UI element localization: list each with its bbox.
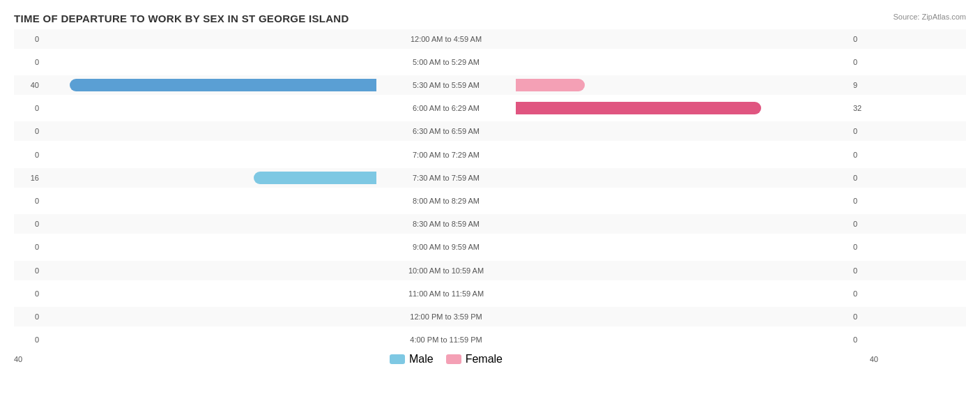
male-value: 0 <box>14 335 42 344</box>
bar-row: 0 7:00 AM to 7:29 AM 0 <box>14 145 966 165</box>
right-bar-area <box>516 172 850 184</box>
right-bar-area <box>516 149 850 161</box>
bar-row: 0 9:00 AM to 9:59 AM 0 <box>14 237 966 257</box>
bar-row: 0 12:00 PM to 3:59 PM 0 <box>14 307 966 326</box>
right-bar-area <box>516 241 850 253</box>
right-bar-area <box>516 125 850 137</box>
bar-row: 0 10:00 AM to 10:59 AM 0 <box>14 261 966 280</box>
male-value: 0 <box>14 104 42 112</box>
time-label: 12:00 PM to 3:59 PM <box>376 312 516 321</box>
right-bar-area <box>516 287 850 300</box>
time-label: 12:00 AM to 4:59 AM <box>376 35 516 43</box>
time-label: 7:00 AM to 7:29 AM <box>376 151 516 159</box>
female-value: 0 <box>850 127 878 135</box>
left-bar-area <box>42 102 376 114</box>
male-value: 0 <box>14 151 42 159</box>
left-bar-area <box>42 79 376 91</box>
time-label: 5:30 AM to 5:59 AM <box>376 81 516 89</box>
female-value: 0 <box>850 197 878 205</box>
female-value: 0 <box>850 266 878 275</box>
chart-area: 0 12:00 AM to 4:59 AM 0 0 5:00 AM to 5:2… <box>14 27 966 374</box>
female-value: 0 <box>850 289 878 298</box>
right-bar-area <box>516 102 850 114</box>
female-value: 9 <box>850 81 878 89</box>
female-value: 0 <box>850 312 878 321</box>
right-bar-area <box>516 56 850 68</box>
left-bar-area <box>42 125 376 137</box>
left-bar-area <box>42 195 376 207</box>
male-value: 0 <box>14 289 42 298</box>
right-bar-area <box>516 33 850 45</box>
right-bar-area <box>516 333 850 346</box>
bar-row: 0 6:30 AM to 6:59 AM 0 <box>14 121 966 141</box>
male-bar <box>70 79 376 91</box>
legend-male: Male <box>390 353 434 365</box>
axis-left-min: 40 <box>14 355 376 363</box>
male-value: 16 <box>14 174 42 182</box>
left-bar-area <box>42 172 376 184</box>
bar-row: 0 8:00 AM to 8:29 AM 0 <box>14 191 966 211</box>
left-bar-area <box>42 287 376 300</box>
left-bar-area <box>42 33 376 45</box>
chart-title: TIME OF DEPARTURE TO WORK BY SEX IN ST G… <box>14 13 966 24</box>
right-bar-area <box>516 310 850 323</box>
legend: Male Female <box>376 353 516 365</box>
female-value: 0 <box>850 243 878 251</box>
female-swatch <box>446 354 461 364</box>
female-bar <box>516 79 585 91</box>
female-value: 0 <box>850 335 878 344</box>
male-label: Male <box>409 353 434 365</box>
rows-container: 0 12:00 AM to 4:59 AM 0 0 5:00 AM to 5:2… <box>14 27 966 352</box>
left-bar-area <box>42 241 376 253</box>
female-label: Female <box>466 353 503 365</box>
male-value: 0 <box>14 312 42 321</box>
female-value: 0 <box>850 35 878 43</box>
bar-row: 0 12:00 AM to 4:59 AM 0 <box>14 29 966 49</box>
female-value: 0 <box>850 174 878 182</box>
axis-right-max: 40 <box>516 355 878 363</box>
male-swatch <box>390 354 405 364</box>
time-label: 6:30 AM to 6:59 AM <box>376 127 516 135</box>
left-bar-area <box>42 56 376 68</box>
male-value: 0 <box>14 58 42 66</box>
bar-row: 0 11:00 AM to 11:59 AM 0 <box>14 284 966 303</box>
left-bar-area <box>42 333 376 346</box>
male-value: 40 <box>14 81 42 89</box>
female-value: 32 <box>850 104 878 112</box>
female-bar <box>516 102 761 114</box>
male-value: 0 <box>14 127 42 135</box>
source-label: Source: ZipAtlas.com <box>893 13 966 21</box>
left-bar-area <box>42 218 376 230</box>
right-bar-area <box>516 264 850 277</box>
male-value: 0 <box>14 266 42 275</box>
left-bar-area <box>42 264 376 277</box>
female-value: 0 <box>850 58 878 66</box>
time-label: 8:30 AM to 8:59 AM <box>376 220 516 228</box>
male-bar <box>254 172 376 184</box>
time-label: 8:00 AM to 8:29 AM <box>376 197 516 205</box>
right-bar-area <box>516 218 850 230</box>
left-bar-area <box>42 149 376 161</box>
female-value: 0 <box>850 220 878 228</box>
right-bar-area <box>516 79 850 91</box>
male-value: 0 <box>14 35 42 43</box>
chart-container: TIME OF DEPARTURE TO WORK BY SEX IN ST G… <box>0 0 980 415</box>
time-label: 4:00 PM to 11:59 PM <box>376 335 516 344</box>
left-bar-area <box>42 310 376 323</box>
bar-row: 40 5:30 AM to 5:59 AM 9 <box>14 75 966 95</box>
legend-female: Female <box>446 353 503 365</box>
bottom-row: 40 Male Female 40 <box>14 353 966 365</box>
bar-row: 0 6:00 AM to 6:29 AM 32 <box>14 98 966 118</box>
female-value: 0 <box>850 151 878 159</box>
time-label: 9:00 AM to 9:59 AM <box>376 243 516 251</box>
time-label: 7:30 AM to 7:59 AM <box>376 174 516 182</box>
time-label: 11:00 AM to 11:59 AM <box>376 289 516 298</box>
time-label: 10:00 AM to 10:59 AM <box>376 266 516 275</box>
male-value: 0 <box>14 220 42 228</box>
right-bar-area <box>516 195 850 207</box>
bar-row: 0 4:00 PM to 11:59 PM 0 <box>14 330 966 349</box>
male-value: 0 <box>14 243 42 251</box>
male-value: 0 <box>14 197 42 205</box>
bar-row: 0 8:30 AM to 8:59 AM 0 <box>14 214 966 234</box>
bar-row: 16 7:30 AM to 7:59 AM 0 <box>14 168 966 188</box>
